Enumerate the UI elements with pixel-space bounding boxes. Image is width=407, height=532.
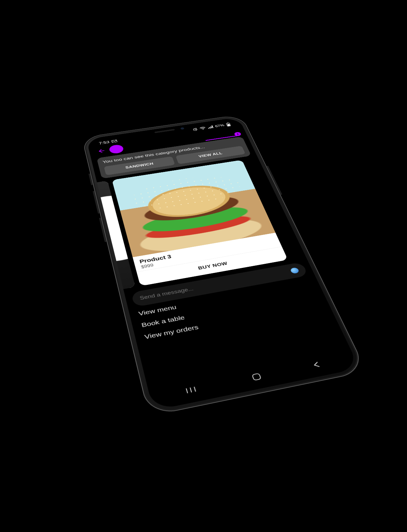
message-icon	[111, 140, 117, 143]
avatar[interactable]	[108, 144, 124, 154]
emoji-icon[interactable]	[290, 267, 299, 274]
svg-rect-4	[209, 127, 211, 129]
svg-rect-3	[208, 128, 209, 129]
svg-rect-9	[227, 124, 230, 126]
wifi-icon	[199, 126, 206, 130]
android-nav-bar: III	[155, 350, 352, 406]
nav-recents-button[interactable]: III	[185, 385, 199, 395]
nav-home-button[interactable]	[252, 373, 261, 381]
cellular-icon	[207, 125, 213, 129]
nav-back-button[interactable]	[312, 360, 324, 369]
back-button[interactable]	[97, 148, 105, 154]
phone-mockup: 7:53	[81, 114, 367, 416]
svg-rect-8	[227, 123, 229, 123]
svg-point-2	[202, 129, 204, 130]
svg-rect-5	[210, 126, 212, 129]
